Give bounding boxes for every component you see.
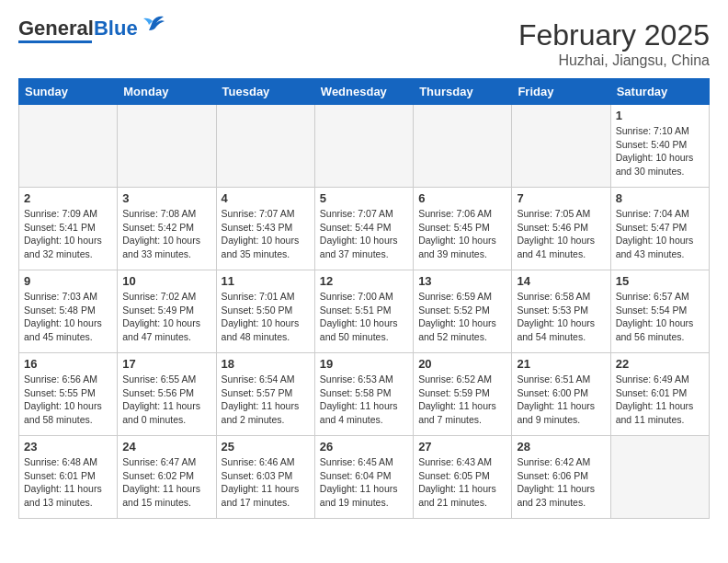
calendar-day-cell: 4Sunrise: 7:07 AM Sunset: 5:43 PM Daylig… — [216, 188, 314, 270]
calendar-day-cell: 23Sunrise: 6:48 AM Sunset: 6:01 PM Dayli… — [19, 436, 118, 519]
calendar-day-cell: 6Sunrise: 7:06 AM Sunset: 5:45 PM Daylig… — [414, 188, 512, 270]
day-info: Sunrise: 6:49 AM Sunset: 6:01 PM Dayligh… — [616, 373, 704, 427]
day-header-thursday: Thursday — [414, 79, 512, 105]
day-number: 11 — [222, 274, 310, 288]
day-number: 4 — [222, 191, 310, 205]
calendar-day-cell: 17Sunrise: 6:55 AM Sunset: 5:56 PM Dayli… — [118, 353, 216, 436]
day-number: 22 — [616, 357, 704, 371]
day-number: 6 — [418, 191, 506, 205]
calendar-day-cell: 25Sunrise: 6:46 AM Sunset: 6:03 PM Dayli… — [216, 436, 314, 519]
calendar-day-cell: 16Sunrise: 6:56 AM Sunset: 5:55 PM Dayli… — [19, 353, 118, 436]
day-header-wednesday: Wednesday — [314, 79, 413, 105]
day-number: 21 — [517, 357, 605, 371]
day-number: 23 — [24, 440, 112, 454]
calendar-day-cell: 15Sunrise: 6:57 AM Sunset: 5:54 PM Dayli… — [610, 270, 709, 353]
day-info: Sunrise: 7:09 AM Sunset: 5:41 PM Dayligh… — [24, 207, 112, 261]
day-number: 18 — [222, 357, 310, 371]
day-info: Sunrise: 6:58 AM Sunset: 5:53 PM Dayligh… — [517, 290, 605, 344]
title-block: February 2025 Huzhai, Jiangsu, China — [518, 18, 710, 69]
day-header-sunday: Sunday — [19, 79, 118, 105]
day-info: Sunrise: 6:52 AM Sunset: 5:59 PM Dayligh… — [418, 373, 506, 427]
calendar-week-row: 9Sunrise: 7:03 AM Sunset: 5:48 PM Daylig… — [19, 270, 710, 353]
calendar-day-cell: 13Sunrise: 6:59 AM Sunset: 5:52 PM Dayli… — [414, 270, 512, 353]
day-info: Sunrise: 6:46 AM Sunset: 6:03 PM Dayligh… — [222, 455, 310, 510]
day-info: Sunrise: 7:05 AM Sunset: 5:46 PM Dayligh… — [517, 207, 605, 261]
day-info: Sunrise: 7:03 AM Sunset: 5:48 PM Dayligh… — [24, 290, 112, 344]
day-info: Sunrise: 7:07 AM Sunset: 5:43 PM Dayligh… — [222, 207, 310, 261]
day-info: Sunrise: 7:07 AM Sunset: 5:44 PM Dayligh… — [320, 207, 408, 261]
logo-blue: Blue — [94, 17, 138, 40]
calendar-day-cell: 19Sunrise: 6:53 AM Sunset: 5:58 PM Dayli… — [314, 353, 413, 436]
day-number: 12 — [320, 274, 408, 288]
day-number: 25 — [222, 440, 310, 454]
calendar-day-cell — [216, 105, 314, 188]
day-number: 3 — [122, 191, 210, 205]
month-title: February 2025 — [518, 18, 710, 52]
calendar-day-cell: 24Sunrise: 6:47 AM Sunset: 6:02 PM Dayli… — [118, 436, 216, 519]
calendar-week-row: 16Sunrise: 6:56 AM Sunset: 5:55 PM Dayli… — [19, 353, 710, 436]
day-number: 19 — [320, 357, 408, 371]
calendar-day-cell: 27Sunrise: 6:43 AM Sunset: 6:05 PM Dayli… — [414, 436, 512, 519]
calendar-day-cell: 22Sunrise: 6:49 AM Sunset: 6:01 PM Dayli… — [610, 353, 709, 436]
location-subtitle: Huzhai, Jiangsu, China — [518, 52, 710, 69]
day-number: 7 — [517, 191, 605, 205]
day-number: 2 — [24, 191, 112, 205]
day-info: Sunrise: 7:06 AM Sunset: 5:45 PM Dayligh… — [418, 207, 506, 261]
day-number: 1 — [616, 109, 704, 122]
day-info: Sunrise: 6:42 AM Sunset: 6:06 PM Dayligh… — [517, 455, 605, 510]
day-info: Sunrise: 7:02 AM Sunset: 5:49 PM Dayligh… — [122, 290, 210, 344]
calendar-day-cell: 28Sunrise: 6:42 AM Sunset: 6:06 PM Dayli… — [512, 436, 610, 519]
page-header: GeneralBlue February 2025 Huzhai, Jiangs… — [18, 18, 710, 69]
logo-bird-icon — [140, 14, 165, 34]
day-number: 20 — [418, 357, 506, 371]
day-number: 14 — [517, 274, 605, 288]
calendar-header-row: SundayMondayTuesdayWednesdayThursdayFrid… — [19, 79, 710, 105]
calendar-day-cell: 11Sunrise: 7:01 AM Sunset: 5:50 PM Dayli… — [216, 270, 314, 353]
day-number: 27 — [418, 440, 506, 454]
day-info: Sunrise: 6:51 AM Sunset: 6:00 PM Dayligh… — [517, 373, 605, 427]
calendar-day-cell: 3Sunrise: 7:08 AM Sunset: 5:42 PM Daylig… — [118, 188, 216, 270]
day-number: 9 — [24, 274, 112, 288]
day-info: Sunrise: 6:55 AM Sunset: 5:56 PM Dayligh… — [122, 373, 210, 427]
day-info: Sunrise: 7:04 AM Sunset: 5:47 PM Dayligh… — [616, 207, 704, 261]
day-header-monday: Monday — [118, 79, 216, 105]
day-number: 26 — [320, 440, 408, 454]
day-header-friday: Friday — [512, 79, 610, 105]
day-info: Sunrise: 6:43 AM Sunset: 6:05 PM Dayligh… — [418, 455, 506, 510]
calendar-week-row: 23Sunrise: 6:48 AM Sunset: 6:01 PM Dayli… — [19, 436, 710, 519]
day-info: Sunrise: 6:56 AM Sunset: 5:55 PM Dayligh… — [24, 373, 112, 427]
day-number: 10 — [122, 274, 210, 288]
day-info: Sunrise: 7:00 AM Sunset: 5:51 PM Dayligh… — [320, 290, 408, 344]
calendar-day-cell — [314, 105, 413, 188]
day-info: Sunrise: 7:08 AM Sunset: 5:42 PM Dayligh… — [122, 207, 210, 261]
calendar-day-cell: 2Sunrise: 7:09 AM Sunset: 5:41 PM Daylig… — [19, 188, 118, 270]
calendar-week-row: 2Sunrise: 7:09 AM Sunset: 5:41 PM Daylig… — [19, 188, 710, 270]
calendar-day-cell — [512, 105, 610, 188]
calendar-day-cell — [19, 105, 118, 188]
calendar-day-cell: 1Sunrise: 7:10 AM Sunset: 5:40 PM Daylig… — [610, 105, 709, 188]
calendar-day-cell: 18Sunrise: 6:54 AM Sunset: 5:57 PM Dayli… — [216, 353, 314, 436]
calendar-day-cell: 12Sunrise: 7:00 AM Sunset: 5:51 PM Dayli… — [314, 270, 413, 353]
calendar-day-cell — [610, 436, 709, 519]
calendar-day-cell: 10Sunrise: 7:02 AM Sunset: 5:49 PM Dayli… — [118, 270, 216, 353]
calendar-day-cell: 26Sunrise: 6:45 AM Sunset: 6:04 PM Dayli… — [314, 436, 413, 519]
day-number: 5 — [320, 191, 408, 205]
day-info: Sunrise: 6:59 AM Sunset: 5:52 PM Dayligh… — [418, 290, 506, 344]
day-info: Sunrise: 6:53 AM Sunset: 5:58 PM Dayligh… — [320, 373, 408, 427]
day-number: 17 — [122, 357, 210, 371]
day-number: 24 — [122, 440, 210, 454]
day-info: Sunrise: 6:54 AM Sunset: 5:57 PM Dayligh… — [222, 373, 310, 427]
day-info: Sunrise: 6:45 AM Sunset: 6:04 PM Dayligh… — [320, 455, 408, 510]
calendar-day-cell: 9Sunrise: 7:03 AM Sunset: 5:48 PM Daylig… — [19, 270, 118, 353]
calendar-day-cell: 7Sunrise: 7:05 AM Sunset: 5:46 PM Daylig… — [512, 188, 610, 270]
day-number: 15 — [616, 274, 704, 288]
logo-underline — [18, 40, 92, 43]
day-header-tuesday: Tuesday — [216, 79, 314, 105]
day-info: Sunrise: 6:47 AM Sunset: 6:02 PM Dayligh… — [122, 455, 210, 510]
logo-general: General — [18, 17, 94, 40]
day-number: 8 — [616, 191, 704, 205]
calendar-day-cell: 14Sunrise: 6:58 AM Sunset: 5:53 PM Dayli… — [512, 270, 610, 353]
logo: GeneralBlue — [18, 18, 165, 43]
calendar-day-cell: 20Sunrise: 6:52 AM Sunset: 5:59 PM Dayli… — [414, 353, 512, 436]
day-info: Sunrise: 7:10 AM Sunset: 5:40 PM Dayligh… — [616, 124, 704, 178]
